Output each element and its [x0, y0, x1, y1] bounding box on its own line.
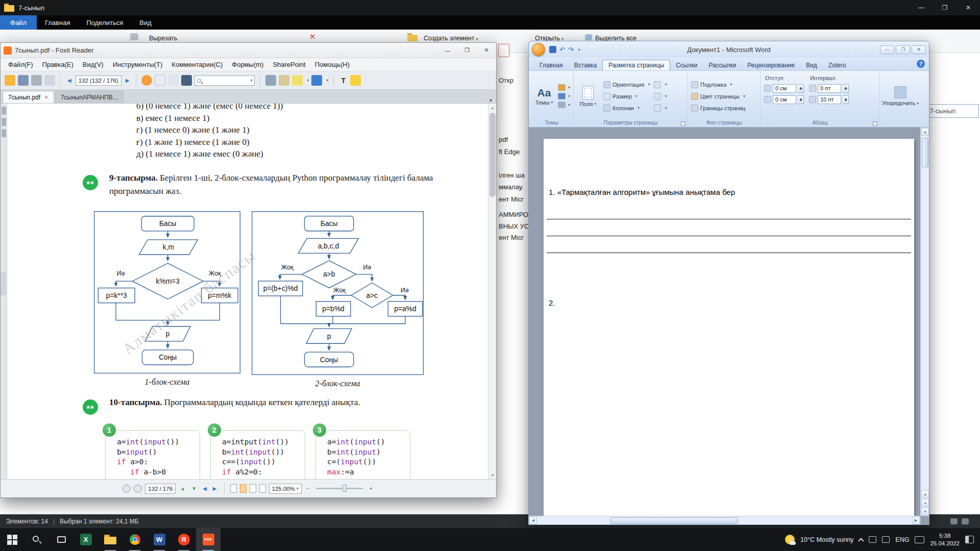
zoom-slider[interactable]: [316, 488, 363, 489]
redo-icon[interactable]: ↷: [568, 46, 574, 54]
save-icon[interactable]: [18, 75, 29, 86]
foxit-menu-help[interactable]: Помощь(Н): [310, 61, 354, 68]
spacing-after-value[interactable]: 10 пт: [818, 95, 841, 104]
print-icon[interactable]: [31, 75, 42, 86]
scrollbar-thumb[interactable]: [922, 138, 928, 167]
find-icon[interactable]: [181, 75, 192, 86]
task-view-button[interactable]: [49, 528, 74, 551]
touch-keyboard-icon[interactable]: [915, 536, 924, 543]
tab-zotero[interactable]: Zotero: [823, 60, 852, 70]
file-item[interactable]: ft Edge: [499, 148, 520, 156]
theme-effects-button[interactable]: ▾: [558, 102, 570, 108]
word-close-button[interactable]: ✕: [912, 45, 926, 54]
foxit-minimize-button[interactable]: —: [438, 44, 457, 57]
indent-right-control[interactable]: 0 см: [764, 94, 804, 105]
weather-text[interactable]: 10°C Mostly sunny: [800, 536, 853, 543]
foxit-menu-view[interactable]: Вид(V): [78, 61, 108, 68]
search-button[interactable]: [24, 528, 49, 551]
comment-icon[interactable]: [350, 75, 361, 86]
details-view-icon[interactable]: [950, 518, 958, 524]
tab-close-icon[interactable]: ✕: [44, 95, 48, 100]
tray-icon-2[interactable]: [882, 536, 890, 543]
highlight-icon[interactable]: [292, 75, 303, 86]
explorer-view-tab[interactable]: Вид: [131, 15, 160, 30]
word-minimize-button[interactable]: —: [880, 45, 894, 54]
scrollbar-thumb[interactable]: [489, 113, 496, 197]
chevron-down-icon[interactable]: ▾: [307, 78, 309, 83]
word-page[interactable]: 1. «Тармақталған алгоритм» ұғымына анықт…: [544, 139, 914, 524]
taskbar-foxit-button[interactable]: PDF: [196, 528, 220, 551]
taskbar-chrome-button[interactable]: [122, 528, 147, 551]
maximize-button[interactable]: ❐: [933, 0, 957, 15]
cut-button[interactable]: Вырезать: [149, 35, 178, 42]
file-item[interactable]: ілген ша: [499, 171, 525, 179]
chevron-down-icon[interactable]: ▾: [326, 78, 328, 83]
page-number-box[interactable]: 132 (132 / 176): [76, 76, 121, 86]
spacing-before-control[interactable]: 0 пт: [809, 83, 849, 94]
scrollbar-thumb[interactable]: [610, 517, 738, 524]
taskbar-yandex-button[interactable]: Я: [172, 528, 196, 551]
qat-dropdown-icon[interactable]: ▾: [578, 47, 580, 52]
theme-colors-button[interactable]: ▾: [558, 84, 570, 91]
search-input[interactable]: ▾: [194, 76, 255, 86]
scroll-left-icon[interactable]: ◀: [529, 517, 537, 524]
scroll-up-icon[interactable]: ▲: [488, 104, 496, 112]
word-horizontal-scrollbar[interactable]: ◀ ▶: [529, 516, 920, 524]
arrange-button[interactable]: Упорядочить▾: [881, 73, 919, 119]
spinner-icon[interactable]: [843, 84, 849, 93]
foxit-titlebar[interactable]: 7сынып.pdf - Foxit Reader — ❐ ✕: [1, 43, 496, 58]
scroll-up-icon[interactable]: ▲: [921, 128, 929, 136]
spacing-after-control[interactable]: 10 пт: [809, 94, 849, 105]
delete-icon[interactable]: ✕: [309, 32, 316, 41]
file-item[interactable]: ент Micr: [499, 195, 524, 203]
new-item-button[interactable]: Создать элемент▾: [424, 35, 478, 42]
fit-width-icon[interactable]: [122, 485, 131, 493]
breaks-button[interactable]: ▾: [652, 79, 668, 90]
pdf-page[interactable]: б) (0 немесе 1) және (емес (0 немесе 1))…: [7, 104, 488, 479]
tab-view[interactable]: Вид: [800, 60, 823, 70]
save-icon[interactable]: [549, 46, 556, 53]
file-item[interactable]: ВНЫХ УС: [499, 222, 529, 230]
file-item[interactable]: ммалау.: [499, 183, 524, 191]
close-button[interactable]: ✕: [957, 0, 980, 15]
select-tool-icon[interactable]: [155, 75, 165, 86]
word-maximize-button[interactable]: ❐: [896, 45, 910, 54]
word-vertical-scrollbar[interactable]: ▲ ▲ ● ▼: [920, 128, 929, 516]
foxit-menu-forms[interactable]: Формы(m): [227, 61, 268, 68]
zoom-in-icon[interactable]: +: [368, 486, 374, 491]
next-page-button[interactable]: ▼: [921, 508, 929, 515]
dialog-launcher-icon[interactable]: [681, 121, 685, 126]
foxit-close-button[interactable]: ✕: [477, 44, 496, 57]
clipboard-icon[interactable]: [130, 33, 138, 40]
foxit-menu-tools[interactable]: Инструменты(Т): [108, 61, 167, 68]
continuous-view-icon[interactable]: [240, 484, 247, 493]
fit-page-icon[interactable]: [134, 485, 142, 493]
foxit-menu-edit[interactable]: Правка(Е): [38, 61, 78, 68]
clipboard-icon[interactable]: [279, 75, 289, 86]
orientation-button[interactable]: Ориентация▾: [602, 79, 651, 90]
columns-button[interactable]: Колонки▾: [602, 103, 651, 113]
tab-review[interactable]: Рецензирование: [742, 60, 800, 70]
explorer-titlebar[interactable]: 7-сынып — ❐ ✕: [0, 0, 980, 15]
previous-page-button[interactable]: ▲: [921, 490, 929, 498]
marquee-zoom-icon[interactable]: [168, 75, 179, 86]
scroll-right-icon[interactable]: ▶: [912, 517, 920, 524]
document-tab-active[interactable]: 7сынып.pdf ✕: [3, 91, 54, 103]
tray-expand-icon[interactable]: [859, 538, 864, 543]
spinner-icon[interactable]: [798, 95, 804, 104]
last-page-icon[interactable]: ▼: [190, 486, 198, 491]
zoom-level-select[interactable]: 125.00%▾: [269, 484, 302, 494]
tab-insert[interactable]: Вставка: [569, 60, 603, 70]
tab-mailings[interactable]: Рассылки: [703, 60, 742, 70]
taskbar-word-button[interactable]: W: [147, 528, 172, 551]
zoom-out-icon[interactable]: −: [305, 486, 311, 491]
themes-button[interactable]: Аа Темы▾: [531, 73, 557, 119]
email-icon[interactable]: [44, 75, 55, 86]
taskbar-clock[interactable]: 5:38 25.04.2022: [930, 532, 960, 547]
tab-list-icon[interactable]: ▾: [489, 97, 492, 103]
next-page-icon[interactable]: ▶: [124, 78, 131, 83]
snagit-icon[interactable]: [311, 75, 322, 86]
tab-page-layout[interactable]: Разметка страницы: [602, 60, 670, 70]
start-button[interactable]: [0, 528, 24, 551]
tab-references[interactable]: Ссылки: [670, 60, 703, 70]
